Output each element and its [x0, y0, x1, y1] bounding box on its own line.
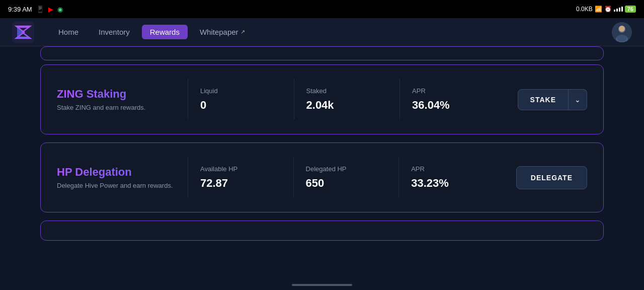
stake-btn-group: STAKE ⌄ [518, 89, 587, 110]
zing-apr-value: 36.04% [412, 99, 494, 112]
bluetooth-icon: 📶 [595, 6, 602, 13]
signal-bars [614, 7, 623, 12]
bottom-partial-card [40, 221, 604, 241]
hp-available-stat: Available HP 72.87 [188, 157, 293, 198]
hp-apr-stat: APR 33.23% [398, 157, 504, 198]
zing-apr-label: APR [412, 87, 494, 95]
svg-point-8 [619, 26, 625, 32]
network-speed: 0.0KB [576, 6, 593, 13]
zing-liquid-label: Liquid [200, 87, 282, 95]
main-content: ZING Staking Stake ZING and earn rewards… [0, 46, 644, 290]
stake-button[interactable]: STAKE [518, 89, 569, 110]
hp-apr-value: 33.23% [411, 177, 492, 190]
logo[interactable] [12, 21, 34, 43]
hp-apr-label: APR [411, 165, 492, 173]
nav-links: Home Inventory Rewards Whitepaper ↗ [50, 25, 612, 39]
zing-liquid-stat: Liquid 0 [188, 79, 294, 120]
zing-staked-stat: Staked 2.04k [294, 79, 400, 120]
hp-delegated-label: Delegated HP [306, 165, 387, 173]
nav-item-inventory[interactable]: Inventory [91, 25, 138, 39]
status-right: 0.0KB 📶 ⏰ 76 [576, 6, 636, 13]
svg-point-9 [617, 35, 627, 42]
android-icon: ◉ [57, 6, 63, 13]
chevron-down-icon: ⌄ [575, 96, 581, 104]
hp-delegation-desc: Delegate Hive Power and earn rewards. [57, 182, 188, 189]
scroll-indicator [292, 284, 352, 286]
nav-item-home[interactable]: Home [50, 25, 87, 39]
zing-staking-info: ZING Staking Stake ZING and earn rewards… [57, 88, 188, 111]
navbar: Home Inventory Rewards Whitepaper ↗ [0, 18, 644, 46]
hp-delegated-value: 650 [306, 177, 387, 190]
whatsapp-icon: 📱 [36, 6, 44, 13]
delegate-button[interactable]: DELEGATE [516, 166, 587, 189]
battery-indicator: 76 [625, 6, 636, 13]
zing-staked-value: 2.04k [306, 99, 388, 112]
youtube-icon: ▶ [48, 6, 53, 13]
external-link-icon: ↗ [240, 29, 245, 35]
hp-delegated-stat: Delegated HP 650 [293, 157, 399, 198]
zing-staking-title: ZING Staking [57, 88, 188, 101]
hp-delegation-info: HP Delegation Delegate Hive Power and ea… [57, 166, 188, 189]
zing-staking-desc: Stake ZING and earn rewards. [57, 104, 188, 111]
alarm-icon: ⏰ [604, 6, 612, 13]
nav-item-whitepaper[interactable]: Whitepaper ↗ [192, 25, 253, 39]
hp-available-value: 72.87 [200, 177, 281, 190]
avatar[interactable] [612, 22, 632, 42]
top-partial-card [40, 46, 604, 60]
zing-apr-stat: APR 36.04% [399, 79, 506, 120]
hp-delegation-title: HP Delegation [57, 166, 188, 179]
hp-available-label: Available HP [200, 165, 281, 173]
zing-liquid-value: 0 [200, 99, 282, 112]
zing-staking-stats: Liquid 0 Staked 2.04k APR 36.04% [188, 79, 506, 120]
zing-staked-label: Staked [306, 87, 388, 95]
hp-delegation-stats: Available HP 72.87 Delegated HP 650 APR … [188, 157, 504, 198]
zing-staking-card: ZING Staking Stake ZING and earn rewards… [40, 64, 604, 134]
time-display: 9:39 AM [8, 6, 32, 13]
status-left: 9:39 AM 📱 ▶ ◉ [8, 6, 63, 13]
status-bar: 9:39 AM 📱 ▶ ◉ 0.0KB 📶 ⏰ 76 [0, 0, 644, 18]
nav-item-rewards[interactable]: Rewards [142, 25, 188, 39]
hp-delegation-card: HP Delegation Delegate Hive Power and ea… [40, 142, 604, 212]
stake-chevron-button[interactable]: ⌄ [569, 89, 587, 110]
